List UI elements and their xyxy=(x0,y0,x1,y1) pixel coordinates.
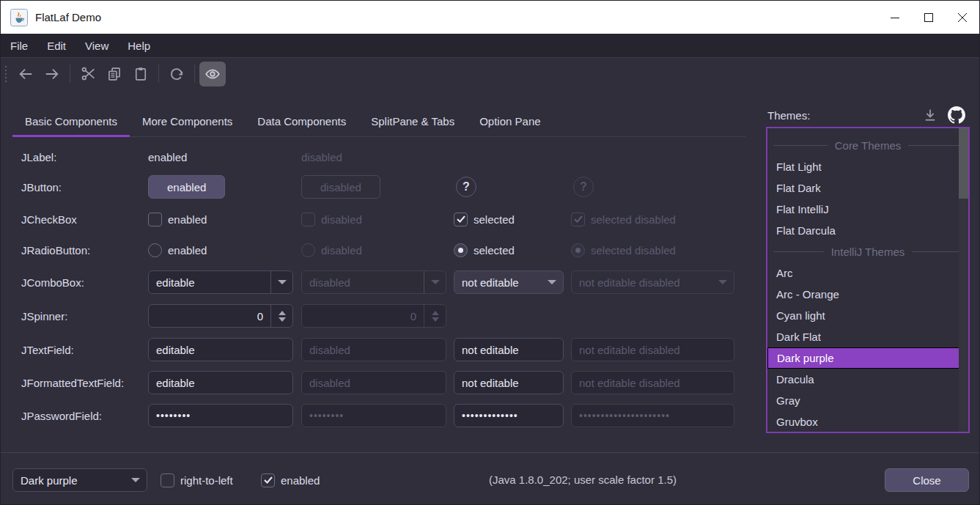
close-button[interactable]: Close xyxy=(885,468,969,492)
spinner-up-icon xyxy=(432,311,439,315)
row-label: JRadioButton: xyxy=(21,237,90,263)
chevron-down-icon xyxy=(424,271,446,293)
toolbar-grip[interactable] xyxy=(5,66,7,82)
theme-list-item[interactable]: Gruvbox xyxy=(767,411,968,432)
app-window: FlatLaf Demo FileEditViewHelp Basic Comp… xyxy=(0,0,980,505)
checkbox-label: disabled xyxy=(321,213,362,226)
themes-group-label: Core Themes xyxy=(835,139,902,152)
sample-combobox[interactable]: not editable xyxy=(454,270,564,294)
sample-radiobutton[interactable]: enabled xyxy=(148,243,207,257)
forward-button[interactable] xyxy=(39,62,65,86)
theme-list-item[interactable]: Arc xyxy=(767,262,968,284)
tab-more-components[interactable]: More Components xyxy=(130,106,245,136)
grid-cell: editable xyxy=(148,369,293,396)
menubar: FileEditViewHelp xyxy=(1,34,979,58)
tab-basic-components[interactable]: Basic Components xyxy=(12,106,130,136)
checkbox-box xyxy=(454,213,468,226)
minimize-button[interactable] xyxy=(878,1,912,34)
right-to-left-checkbox[interactable]: right-to-left xyxy=(161,468,233,492)
sample-textfield[interactable]: not editable xyxy=(454,371,564,394)
menu-file[interactable]: File xyxy=(1,40,37,52)
grid-cell: not editable disabled xyxy=(571,269,734,295)
checkbox-label: right-to-left xyxy=(180,474,233,487)
spinner-down-icon xyxy=(432,317,439,322)
refresh-icon xyxy=(169,66,185,82)
theme-list-item[interactable]: Arc - Orange xyxy=(767,284,968,305)
spinner-up-icon xyxy=(279,311,286,315)
theme-selector-combobox[interactable]: Dark purple xyxy=(12,468,147,492)
copy-icon xyxy=(107,67,122,81)
tab-data-components[interactable]: Data Components xyxy=(245,106,358,136)
help-button[interactable]: ? xyxy=(456,177,476,197)
sample-passwordfield[interactable]: •••••••• xyxy=(148,404,293,427)
checkbox-label: selected xyxy=(474,213,515,226)
chevron-down-icon xyxy=(125,469,147,491)
grid-cell: disabled xyxy=(301,174,380,200)
row-label: JButton: xyxy=(21,174,62,200)
enabled-checkbox[interactable]: enabled xyxy=(261,468,320,492)
sample-radiobutton[interactable]: selected xyxy=(454,243,515,257)
maximize-button[interactable] xyxy=(912,1,946,34)
themes-label: Themes: xyxy=(767,109,810,122)
checkbox-label: enabled xyxy=(281,474,320,487)
show-button[interactable] xyxy=(199,62,226,86)
sample-passwordfield[interactable]: ••••••••••••• xyxy=(454,404,564,427)
download-icon[interactable] xyxy=(923,108,937,122)
sample-checkbox: disabled xyxy=(301,213,362,226)
theme-list-item[interactable]: Flat IntelliJ xyxy=(767,199,968,220)
theme-list-item[interactable]: Flat Light xyxy=(767,156,968,177)
tab-option-pane[interactable]: Option Pane xyxy=(467,106,553,136)
theme-list-item[interactable]: Flat Dark xyxy=(767,177,968,199)
sample-textfield[interactable]: editable xyxy=(148,371,293,394)
sample-textfield[interactable]: not editable xyxy=(454,338,564,361)
grid-cell: editable xyxy=(148,269,293,295)
back-button[interactable] xyxy=(12,62,39,86)
theme-list-item[interactable]: Dark Flat xyxy=(767,326,968,347)
radio-label: selected disabled xyxy=(591,244,676,257)
component-row: JSpinner:00 xyxy=(1,303,756,329)
sample-textfield: not editable disabled xyxy=(571,371,734,394)
row-label-text: JButton: xyxy=(21,181,62,193)
refresh-button[interactable] xyxy=(163,62,190,86)
row-label-text: JCheckBox xyxy=(21,213,77,226)
cut-button[interactable] xyxy=(75,62,101,86)
github-icon[interactable] xyxy=(948,106,965,124)
row-label-text: JTextField: xyxy=(21,344,74,356)
sample-checkbox[interactable]: enabled xyxy=(148,213,207,226)
sample-button[interactable]: enabled xyxy=(148,175,225,199)
theme-list-item[interactable]: Cyan light xyxy=(767,305,968,326)
sample-combobox: disabled xyxy=(301,270,446,294)
checkbox-box xyxy=(148,213,162,226)
tab-splitpane-tabs[interactable]: SplitPane & Tabs xyxy=(358,106,467,136)
spinner-arrows xyxy=(270,305,292,327)
menu-edit[interactable]: Edit xyxy=(37,40,75,52)
grid-cell: not editable xyxy=(454,269,564,295)
grid-cell: ? xyxy=(571,174,594,200)
row-label-text: JComboBox: xyxy=(21,276,84,289)
radio-circle xyxy=(571,243,585,257)
menu-view[interactable]: View xyxy=(75,40,118,52)
combobox-value: not editable xyxy=(454,276,541,289)
themes-scrollbar-thumb[interactable] xyxy=(959,128,968,199)
theme-list-item[interactable]: Gray xyxy=(767,390,968,411)
theme-list-item[interactable]: Dark purple xyxy=(767,347,968,369)
main-content: Basic ComponentsMore ComponentsData Comp… xyxy=(1,90,979,504)
themes-scrollbar-track[interactable] xyxy=(959,128,968,432)
grid-cell: ? xyxy=(454,174,476,200)
sample-checkbox[interactable]: selected xyxy=(454,213,515,226)
copy-button[interactable] xyxy=(101,62,128,86)
bottom-separator xyxy=(1,452,979,453)
cut-icon xyxy=(81,66,96,81)
sample-spinner[interactable]: 0 xyxy=(148,304,293,328)
row-label: JCheckBox xyxy=(21,206,77,232)
close-window-button[interactable] xyxy=(946,1,979,34)
row-label: JTextField: xyxy=(21,336,74,363)
paste-button[interactable] xyxy=(128,62,154,86)
component-row: JLabel:enableddisabled xyxy=(1,144,756,170)
sample-combobox[interactable]: editable xyxy=(148,270,293,294)
sample-textfield[interactable]: editable xyxy=(148,338,293,361)
window-controls xyxy=(878,1,979,34)
theme-list-item[interactable]: Flat Darcula xyxy=(767,220,968,241)
theme-list-item[interactable]: Dracula xyxy=(767,369,968,390)
menu-help[interactable]: Help xyxy=(118,40,160,52)
